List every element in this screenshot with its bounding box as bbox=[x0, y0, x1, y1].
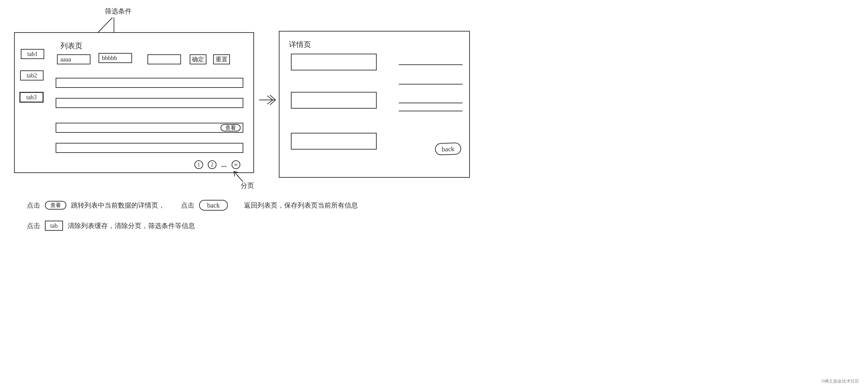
view-button[interactable]: 查看 bbox=[220, 124, 241, 131]
detail-text-line bbox=[399, 84, 463, 85]
page-ellipsis: ... bbox=[221, 161, 227, 169]
footer-text: 返回列表页，保存列表页当前所有信息 bbox=[244, 201, 358, 210]
list-row: 查看 bbox=[56, 123, 243, 133]
tab-example: tab bbox=[45, 221, 63, 231]
footer-note-1: 点击 查看 跳转列表中当前数据的详情页， 点击 back 返回列表页，保存列表页… bbox=[27, 200, 358, 211]
back-button-example: back bbox=[199, 200, 228, 211]
detail-text-line bbox=[399, 111, 463, 111]
footer-text: 点击 bbox=[181, 201, 194, 210]
footer-text: 点击 bbox=[27, 201, 40, 210]
back-button[interactable]: back bbox=[435, 143, 461, 156]
confirm-button[interactable]: 确定 bbox=[190, 54, 207, 64]
filter-conditions-annotation: 筛选条件 bbox=[105, 7, 132, 16]
view-button-example: 查看 bbox=[45, 201, 66, 210]
page-1[interactable]: 1 bbox=[194, 160, 203, 169]
tab-2[interactable]: tab2 bbox=[20, 70, 43, 81]
tab-1[interactable]: tab1 bbox=[21, 49, 44, 59]
footer-text: 清除列表缓存，清除分页，筛选条件等信息 bbox=[68, 221, 195, 230]
page-2[interactable]: 2 bbox=[208, 160, 217, 169]
navigate-arrow-icon bbox=[259, 93, 278, 107]
detail-block bbox=[291, 133, 377, 150]
pagination: 1 2 ... ∞ bbox=[194, 160, 240, 169]
arrow-to-pagination bbox=[231, 169, 245, 183]
detail-text-line bbox=[399, 102, 463, 103]
reset-button[interactable]: 重置 bbox=[213, 54, 230, 64]
list-page-title: 列表页 bbox=[60, 41, 83, 51]
pagination-annotation: 分页 bbox=[241, 181, 254, 190]
detail-page-title: 详情页 bbox=[289, 39, 311, 50]
detail-block bbox=[291, 92, 377, 109]
filter-input-3[interactable] bbox=[148, 54, 181, 64]
detail-block bbox=[291, 54, 377, 70]
list-row bbox=[56, 78, 243, 88]
page-last[interactable]: ∞ bbox=[231, 160, 240, 169]
footer-text: 跳转列表中当前数据的详情页， bbox=[71, 201, 165, 210]
watermark: ©稀土掘金技术社区 bbox=[821, 378, 859, 384]
footer-note-2: 点击 tab 清除列表缓存，清除分页，筛选条件等信息 bbox=[27, 221, 195, 231]
list-row bbox=[56, 98, 243, 108]
filter-input-1[interactable]: aaaa bbox=[57, 54, 91, 64]
tab-3[interactable]: tab3 bbox=[20, 92, 43, 102]
detail-text-line bbox=[399, 64, 463, 65]
footer-text: 点击 bbox=[27, 221, 40, 230]
list-row bbox=[56, 143, 243, 153]
filter-input-2[interactable]: bbbbb bbox=[98, 53, 132, 63]
